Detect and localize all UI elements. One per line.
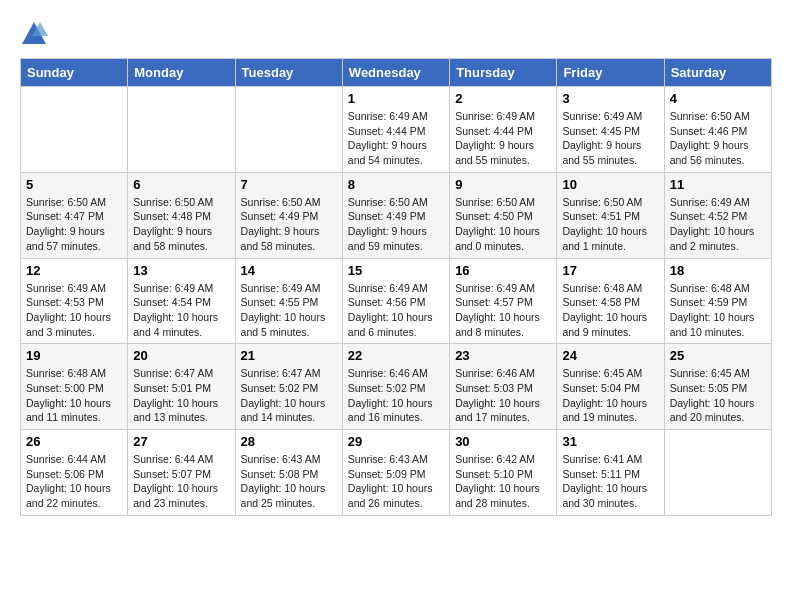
calendar-cell: 10Sunrise: 6:50 AM Sunset: 4:51 PM Dayli… [557,172,664,258]
day-info: Sunrise: 6:50 AM Sunset: 4:48 PM Dayligh… [133,195,229,254]
day-info: Sunrise: 6:49 AM Sunset: 4:45 PM Dayligh… [562,109,658,168]
weekday-header-row: SundayMondayTuesdayWednesdayThursdayFrid… [21,59,772,87]
calendar-cell: 27Sunrise: 6:44 AM Sunset: 5:07 PM Dayli… [128,430,235,516]
day-info: Sunrise: 6:46 AM Sunset: 5:02 PM Dayligh… [348,366,444,425]
calendar-cell: 4Sunrise: 6:50 AM Sunset: 4:46 PM Daylig… [664,87,771,173]
calendar-cell: 5Sunrise: 6:50 AM Sunset: 4:47 PM Daylig… [21,172,128,258]
calendar-cell: 25Sunrise: 6:45 AM Sunset: 5:05 PM Dayli… [664,344,771,430]
day-info: Sunrise: 6:41 AM Sunset: 5:11 PM Dayligh… [562,452,658,511]
day-number: 3 [562,91,658,106]
day-info: Sunrise: 6:50 AM Sunset: 4:47 PM Dayligh… [26,195,122,254]
day-number: 2 [455,91,551,106]
day-number: 30 [455,434,551,449]
day-info: Sunrise: 6:46 AM Sunset: 5:03 PM Dayligh… [455,366,551,425]
calendar-cell: 24Sunrise: 6:45 AM Sunset: 5:04 PM Dayli… [557,344,664,430]
calendar-cell: 1Sunrise: 6:49 AM Sunset: 4:44 PM Daylig… [342,87,449,173]
day-number: 26 [26,434,122,449]
calendar-cell: 14Sunrise: 6:49 AM Sunset: 4:55 PM Dayli… [235,258,342,344]
day-number: 29 [348,434,444,449]
day-number: 19 [26,348,122,363]
day-info: Sunrise: 6:49 AM Sunset: 4:55 PM Dayligh… [241,281,337,340]
day-number: 24 [562,348,658,363]
calendar-cell: 6Sunrise: 6:50 AM Sunset: 4:48 PM Daylig… [128,172,235,258]
calendar-cell: 15Sunrise: 6:49 AM Sunset: 4:56 PM Dayli… [342,258,449,344]
calendar-cell: 8Sunrise: 6:50 AM Sunset: 4:49 PM Daylig… [342,172,449,258]
calendar-cell: 30Sunrise: 6:42 AM Sunset: 5:10 PM Dayli… [450,430,557,516]
day-number: 4 [670,91,766,106]
day-info: Sunrise: 6:45 AM Sunset: 5:05 PM Dayligh… [670,366,766,425]
calendar-cell [235,87,342,173]
day-number: 9 [455,177,551,192]
week-row-1: 1Sunrise: 6:49 AM Sunset: 4:44 PM Daylig… [21,87,772,173]
day-info: Sunrise: 6:47 AM Sunset: 5:02 PM Dayligh… [241,366,337,425]
day-info: Sunrise: 6:43 AM Sunset: 5:08 PM Dayligh… [241,452,337,511]
calendar-cell [128,87,235,173]
day-number: 25 [670,348,766,363]
calendar-cell: 19Sunrise: 6:48 AM Sunset: 5:00 PM Dayli… [21,344,128,430]
weekday-header-monday: Monday [128,59,235,87]
day-number: 14 [241,263,337,278]
day-number: 5 [26,177,122,192]
calendar-cell: 21Sunrise: 6:47 AM Sunset: 5:02 PM Dayli… [235,344,342,430]
weekday-header-sunday: Sunday [21,59,128,87]
page-header [20,20,772,48]
day-info: Sunrise: 6:50 AM Sunset: 4:51 PM Dayligh… [562,195,658,254]
calendar-cell: 18Sunrise: 6:48 AM Sunset: 4:59 PM Dayli… [664,258,771,344]
day-info: Sunrise: 6:49 AM Sunset: 4:56 PM Dayligh… [348,281,444,340]
calendar-cell: 16Sunrise: 6:49 AM Sunset: 4:57 PM Dayli… [450,258,557,344]
day-number: 28 [241,434,337,449]
week-row-2: 5Sunrise: 6:50 AM Sunset: 4:47 PM Daylig… [21,172,772,258]
day-info: Sunrise: 6:50 AM Sunset: 4:49 PM Dayligh… [241,195,337,254]
weekday-header-tuesday: Tuesday [235,59,342,87]
day-number: 23 [455,348,551,363]
calendar-cell: 12Sunrise: 6:49 AM Sunset: 4:53 PM Dayli… [21,258,128,344]
day-info: Sunrise: 6:49 AM Sunset: 4:44 PM Dayligh… [455,109,551,168]
day-info: Sunrise: 6:48 AM Sunset: 4:58 PM Dayligh… [562,281,658,340]
day-number: 10 [562,177,658,192]
logo [20,20,52,48]
day-number: 21 [241,348,337,363]
day-info: Sunrise: 6:48 AM Sunset: 4:59 PM Dayligh… [670,281,766,340]
calendar-cell: 22Sunrise: 6:46 AM Sunset: 5:02 PM Dayli… [342,344,449,430]
day-info: Sunrise: 6:44 AM Sunset: 5:06 PM Dayligh… [26,452,122,511]
day-info: Sunrise: 6:47 AM Sunset: 5:01 PM Dayligh… [133,366,229,425]
calendar-cell: 13Sunrise: 6:49 AM Sunset: 4:54 PM Dayli… [128,258,235,344]
calendar-cell: 17Sunrise: 6:48 AM Sunset: 4:58 PM Dayli… [557,258,664,344]
week-row-5: 26Sunrise: 6:44 AM Sunset: 5:06 PM Dayli… [21,430,772,516]
day-number: 20 [133,348,229,363]
week-row-3: 12Sunrise: 6:49 AM Sunset: 4:53 PM Dayli… [21,258,772,344]
day-info: Sunrise: 6:49 AM Sunset: 4:57 PM Dayligh… [455,281,551,340]
day-number: 18 [670,263,766,278]
logo-icon [20,20,48,48]
day-info: Sunrise: 6:49 AM Sunset: 4:44 PM Dayligh… [348,109,444,168]
day-info: Sunrise: 6:50 AM Sunset: 4:50 PM Dayligh… [455,195,551,254]
day-number: 8 [348,177,444,192]
day-number: 6 [133,177,229,192]
calendar-table: SundayMondayTuesdayWednesdayThursdayFrid… [20,58,772,516]
weekday-header-saturday: Saturday [664,59,771,87]
weekday-header-wednesday: Wednesday [342,59,449,87]
calendar-cell: 2Sunrise: 6:49 AM Sunset: 4:44 PM Daylig… [450,87,557,173]
day-info: Sunrise: 6:45 AM Sunset: 5:04 PM Dayligh… [562,366,658,425]
day-number: 27 [133,434,229,449]
day-info: Sunrise: 6:42 AM Sunset: 5:10 PM Dayligh… [455,452,551,511]
day-number: 7 [241,177,337,192]
day-number: 11 [670,177,766,192]
day-number: 31 [562,434,658,449]
day-info: Sunrise: 6:49 AM Sunset: 4:54 PM Dayligh… [133,281,229,340]
calendar-cell: 28Sunrise: 6:43 AM Sunset: 5:08 PM Dayli… [235,430,342,516]
calendar-cell: 9Sunrise: 6:50 AM Sunset: 4:50 PM Daylig… [450,172,557,258]
calendar-cell: 29Sunrise: 6:43 AM Sunset: 5:09 PM Dayli… [342,430,449,516]
day-info: Sunrise: 6:43 AM Sunset: 5:09 PM Dayligh… [348,452,444,511]
calendar-cell: 26Sunrise: 6:44 AM Sunset: 5:06 PM Dayli… [21,430,128,516]
day-info: Sunrise: 6:50 AM Sunset: 4:49 PM Dayligh… [348,195,444,254]
day-number: 15 [348,263,444,278]
weekday-header-friday: Friday [557,59,664,87]
day-number: 22 [348,348,444,363]
calendar-cell [21,87,128,173]
weekday-header-thursday: Thursday [450,59,557,87]
calendar-cell: 7Sunrise: 6:50 AM Sunset: 4:49 PM Daylig… [235,172,342,258]
day-info: Sunrise: 6:44 AM Sunset: 5:07 PM Dayligh… [133,452,229,511]
day-info: Sunrise: 6:48 AM Sunset: 5:00 PM Dayligh… [26,366,122,425]
day-number: 12 [26,263,122,278]
